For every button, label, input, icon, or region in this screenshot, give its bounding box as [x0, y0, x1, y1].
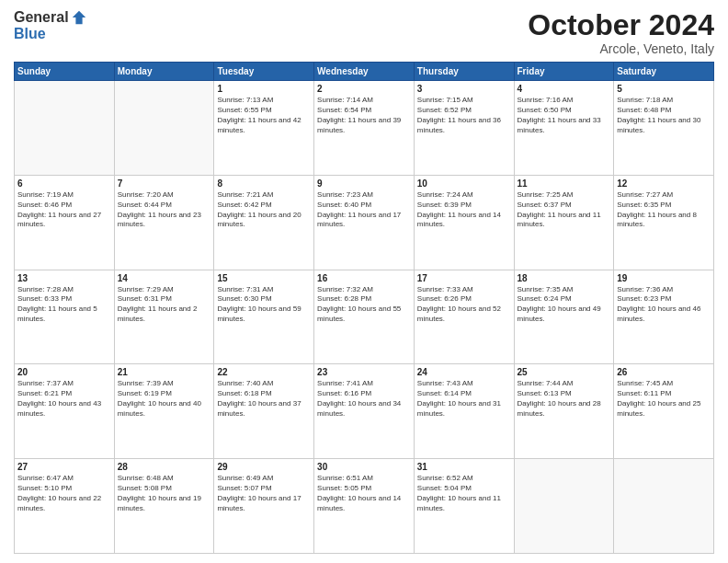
day-number: 15 — [217, 273, 311, 283]
day-number: 9 — [317, 178, 411, 189]
day-info: Sunrise: 7:45 AMSunset: 6:11 PMDaylight:… — [617, 379, 711, 419]
calendar-cell: 30Sunrise: 6:51 AMSunset: 5:05 PMDayligh… — [314, 459, 415, 554]
calendar-cell — [614, 459, 714, 554]
day-info: Sunrise: 6:51 AMSunset: 5:05 PMDaylight:… — [317, 474, 411, 513]
day-info: Sunrise: 7:23 AMSunset: 6:40 PMDaylight:… — [317, 190, 411, 230]
svg-marker-0 — [72, 11, 85, 24]
day-number: 14 — [118, 273, 211, 283]
logo-blue: Blue — [14, 26, 46, 42]
day-info: Sunrise: 6:49 AMSunset: 5:07 PMDaylight:… — [217, 474, 311, 513]
month-title: October 2024 — [528, 9, 714, 41]
page: General Blue October 2024 Arcole, Veneto… — [0, 0, 728, 563]
day-info: Sunrise: 7:25 AMSunset: 6:37 PMDaylight:… — [518, 190, 611, 230]
day-info: Sunrise: 7:13 AMSunset: 6:55 PMDaylight:… — [217, 96, 311, 135]
logo-general: General — [14, 9, 69, 26]
day-number: 28 — [118, 462, 211, 472]
day-number: 2 — [317, 84, 411, 94]
day-number: 29 — [217, 462, 311, 472]
calendar-cell: 14Sunrise: 7:29 AMSunset: 6:31 PMDayligh… — [114, 270, 214, 364]
calendar-cell: 23Sunrise: 7:41 AMSunset: 6:16 PMDayligh… — [314, 364, 415, 459]
day-info: Sunrise: 7:44 AMSunset: 6:13 PMDaylight:… — [518, 379, 611, 419]
calendar-cell: 11Sunrise: 7:25 AMSunset: 6:37 PMDayligh… — [514, 175, 614, 270]
day-info: Sunrise: 7:36 AMSunset: 6:23 PMDaylight:… — [617, 285, 711, 325]
day-number: 18 — [518, 273, 611, 283]
day-number: 8 — [217, 178, 311, 189]
day-info: Sunrise: 7:31 AMSunset: 6:30 PMDaylight:… — [217, 285, 311, 325]
calendar-week-row: 6Sunrise: 7:19 AMSunset: 6:46 PMDaylight… — [15, 175, 714, 270]
day-info: Sunrise: 7:29 AMSunset: 6:31 PMDaylight:… — [118, 285, 211, 325]
calendar-cell: 10Sunrise: 7:24 AMSunset: 6:39 PMDayligh… — [414, 175, 514, 270]
logo-icon — [71, 9, 87, 26]
day-number: 27 — [17, 462, 111, 472]
day-number: 19 — [617, 273, 711, 283]
calendar-cell: 6Sunrise: 7:19 AMSunset: 6:46 PMDaylight… — [15, 175, 115, 270]
day-info: Sunrise: 7:41 AMSunset: 6:16 PMDaylight:… — [317, 379, 411, 419]
day-number: 25 — [518, 367, 611, 377]
header: General Blue October 2024 Arcole, Veneto… — [14, 9, 714, 56]
title-block: October 2024 Arcole, Veneto, Italy — [528, 9, 714, 56]
calendar-table: SundayMondayTuesdayWednesdayThursdayFrid… — [14, 62, 714, 554]
day-number: 1 — [217, 84, 311, 94]
calendar-cell: 4Sunrise: 7:16 AMSunset: 6:50 PMDaylight… — [514, 81, 614, 176]
weekday-header: Saturday — [614, 63, 714, 81]
day-number: 21 — [118, 367, 211, 377]
day-info: Sunrise: 7:14 AMSunset: 6:54 PMDaylight:… — [317, 96, 411, 135]
calendar-cell: 28Sunrise: 6:48 AMSunset: 5:08 PMDayligh… — [114, 459, 214, 554]
calendar-cell: 7Sunrise: 7:20 AMSunset: 6:44 PMDaylight… — [114, 175, 214, 270]
calendar-cell: 9Sunrise: 7:23 AMSunset: 6:40 PMDaylight… — [314, 175, 415, 270]
calendar-cell — [15, 81, 115, 176]
calendar-cell: 1Sunrise: 7:13 AMSunset: 6:55 PMDaylight… — [214, 81, 314, 176]
day-info: Sunrise: 7:33 AMSunset: 6:26 PMDaylight:… — [417, 285, 511, 325]
calendar-cell: 2Sunrise: 7:14 AMSunset: 6:54 PMDaylight… — [314, 81, 415, 176]
calendar-cell: 25Sunrise: 7:44 AMSunset: 6:13 PMDayligh… — [514, 364, 614, 459]
day-number: 12 — [617, 178, 711, 189]
day-info: Sunrise: 7:20 AMSunset: 6:44 PMDaylight:… — [118, 190, 211, 230]
day-info: Sunrise: 7:21 AMSunset: 6:42 PMDaylight:… — [217, 190, 311, 230]
day-info: Sunrise: 6:47 AMSunset: 5:10 PMDaylight:… — [17, 474, 111, 513]
day-info: Sunrise: 7:27 AMSunset: 6:35 PMDaylight:… — [617, 190, 711, 230]
calendar-cell: 17Sunrise: 7:33 AMSunset: 6:26 PMDayligh… — [414, 270, 514, 364]
calendar-cell: 27Sunrise: 6:47 AMSunset: 5:10 PMDayligh… — [15, 459, 115, 554]
day-info: Sunrise: 7:40 AMSunset: 6:18 PMDaylight:… — [217, 379, 311, 419]
calendar-cell: 29Sunrise: 6:49 AMSunset: 5:07 PMDayligh… — [214, 459, 314, 554]
calendar-cell: 26Sunrise: 7:45 AMSunset: 6:11 PMDayligh… — [614, 364, 714, 459]
day-number: 26 — [617, 367, 711, 377]
day-info: Sunrise: 7:24 AMSunset: 6:39 PMDaylight:… — [417, 190, 511, 230]
calendar-week-row: 1Sunrise: 7:13 AMSunset: 6:55 PMDaylight… — [15, 81, 714, 176]
location: Arcole, Veneto, Italy — [528, 41, 714, 56]
calendar-cell: 13Sunrise: 7:28 AMSunset: 6:33 PMDayligh… — [15, 270, 115, 364]
calendar-cell: 16Sunrise: 7:32 AMSunset: 6:28 PMDayligh… — [314, 270, 415, 364]
day-info: Sunrise: 7:37 AMSunset: 6:21 PMDaylight:… — [17, 379, 111, 419]
day-info: Sunrise: 7:43 AMSunset: 6:14 PMDaylight:… — [417, 379, 511, 419]
weekday-header: Monday — [114, 63, 214, 81]
calendar-cell: 15Sunrise: 7:31 AMSunset: 6:30 PMDayligh… — [214, 270, 314, 364]
day-number: 24 — [417, 367, 511, 377]
day-info: Sunrise: 7:35 AMSunset: 6:24 PMDaylight:… — [518, 285, 611, 325]
weekday-header: Friday — [514, 63, 614, 81]
day-number: 10 — [417, 178, 511, 189]
day-info: Sunrise: 7:39 AMSunset: 6:19 PMDaylight:… — [118, 379, 211, 419]
day-number: 30 — [317, 462, 411, 472]
calendar-week-row: 13Sunrise: 7:28 AMSunset: 6:33 PMDayligh… — [15, 270, 714, 364]
day-number: 31 — [417, 462, 511, 472]
day-info: Sunrise: 7:19 AMSunset: 6:46 PMDaylight:… — [17, 190, 111, 230]
day-number: 20 — [17, 367, 111, 377]
calendar-week-row: 27Sunrise: 6:47 AMSunset: 5:10 PMDayligh… — [15, 459, 714, 554]
weekday-header: Wednesday — [314, 63, 415, 81]
day-number: 11 — [518, 178, 611, 189]
calendar-cell: 8Sunrise: 7:21 AMSunset: 6:42 PMDaylight… — [214, 175, 314, 270]
weekday-header: Tuesday — [214, 63, 314, 81]
calendar-cell: 24Sunrise: 7:43 AMSunset: 6:14 PMDayligh… — [414, 364, 514, 459]
day-info: Sunrise: 7:18 AMSunset: 6:48 PMDaylight:… — [617, 96, 711, 135]
calendar-cell: 5Sunrise: 7:18 AMSunset: 6:48 PMDaylight… — [614, 81, 714, 176]
weekday-header: Thursday — [414, 63, 514, 81]
day-number: 16 — [317, 273, 411, 283]
calendar-cell: 22Sunrise: 7:40 AMSunset: 6:18 PMDayligh… — [214, 364, 314, 459]
day-number: 13 — [17, 273, 111, 283]
day-info: Sunrise: 7:15 AMSunset: 6:52 PMDaylight:… — [417, 96, 511, 135]
day-info: Sunrise: 6:48 AMSunset: 5:08 PMDaylight:… — [118, 474, 211, 513]
day-info: Sunrise: 7:16 AMSunset: 6:50 PMDaylight:… — [518, 96, 611, 135]
calendar-cell: 31Sunrise: 6:52 AMSunset: 5:04 PMDayligh… — [414, 459, 514, 554]
weekday-header: Sunday — [15, 63, 115, 81]
day-number: 22 — [217, 367, 311, 377]
